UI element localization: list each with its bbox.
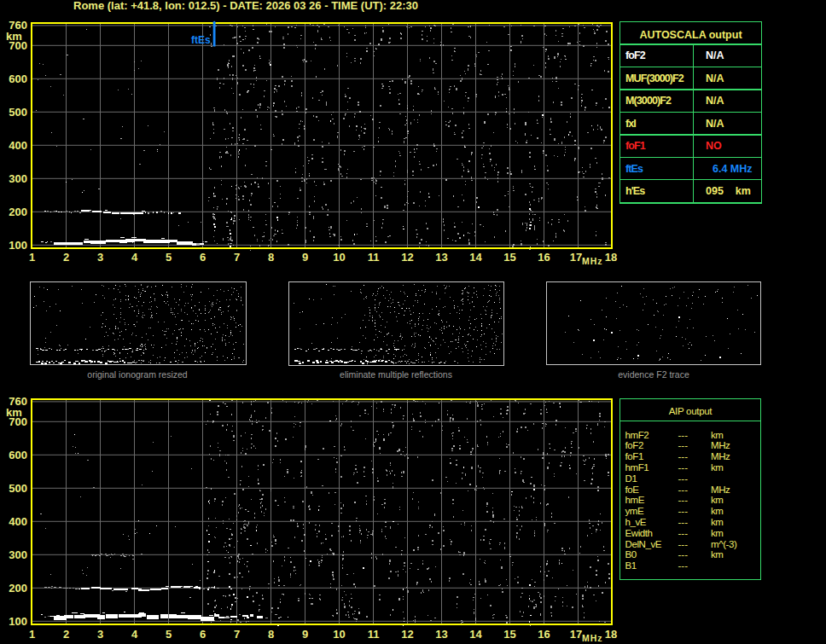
svg-text:11: 11 [368,628,380,641]
svg-text:---: --- [678,528,689,538]
svg-text:foF1: foF1 [625,140,646,152]
svg-text:---: --- [678,495,689,505]
svg-text:2: 2 [63,251,69,264]
svg-text:B0: B0 [625,549,637,560]
svg-text:h_vE: h_vE [625,517,647,527]
svg-text:---: --- [678,506,689,516]
svg-text:km: km [711,462,724,473]
svg-text:km: km [711,430,724,440]
svg-text:15: 15 [503,628,515,641]
svg-text:1: 1 [29,251,35,264]
svg-text:---: --- [678,462,689,473]
svg-text:12: 12 [401,251,413,264]
svg-text:8: 8 [268,251,274,264]
svg-text:14: 14 [469,251,482,264]
svg-text:hmF2: hmF2 [625,430,649,440]
svg-text:3: 3 [97,251,103,264]
svg-text:---: --- [678,484,689,495]
svg-text:400: 400 [9,515,27,528]
svg-text:5: 5 [166,251,172,264]
svg-text:AUTOSCALA output: AUTOSCALA output [639,29,742,41]
svg-text:100: 100 [9,615,27,628]
svg-text:fxI: fxI [625,118,636,130]
svg-text:200: 200 [9,582,27,595]
svg-text:13: 13 [435,251,447,264]
svg-text:m^(-3): m^(-3) [711,539,737,549]
svg-text:18: 18 [605,251,617,264]
svg-text:MHz: MHz [711,440,730,450]
svg-text:MHz: MHz [711,451,730,461]
svg-text:MUF(3000)F2: MUF(3000)F2 [625,73,684,84]
svg-text:km: km [6,30,22,43]
svg-text:---: --- [678,560,689,571]
svg-text:300: 300 [9,172,27,185]
svg-text:DelN_vE: DelN_vE [625,539,662,549]
svg-text:Rome (lat: +41.8, lon: 012.5): Rome (lat: +41.8, lon: 012.5) - DATE: 20… [73,0,418,12]
svg-text:AIP output: AIP output [669,406,713,416]
svg-text:500: 500 [9,482,27,495]
svg-text:17: 17 [570,251,582,264]
svg-text:Ewidth: Ewidth [625,528,653,538]
svg-text:MHz: MHz [582,256,602,266]
svg-text:h'Es: h'Es [625,185,645,197]
svg-text:---: --- [678,430,689,440]
svg-text:D1: D1 [625,473,637,484]
svg-text:4: 4 [131,251,138,264]
svg-text:km: km [711,528,724,538]
svg-text:400: 400 [9,139,27,152]
svg-text:km: km [711,517,724,527]
svg-text:18: 18 [605,628,617,641]
svg-text:NO: NO [706,140,722,152]
svg-text:ymE: ymE [625,506,645,516]
svg-text:15: 15 [503,251,515,264]
svg-text:km: km [711,506,724,516]
svg-text:300: 300 [9,548,27,561]
svg-text:original ionogram resized: original ionogram resized [87,369,187,380]
svg-text:N/A: N/A [706,73,724,84]
svg-text:foE: foE [625,484,640,495]
svg-text:MHz: MHz [582,633,602,643]
svg-text:17: 17 [570,628,582,641]
svg-text:16: 16 [538,251,550,264]
svg-text:---: --- [678,451,689,461]
svg-text:eliminate multiple reflections: eliminate multiple reflections [340,369,452,380]
svg-text:4: 4 [131,628,138,641]
svg-text:km: km [711,549,724,560]
svg-text:ftEs: ftEs [625,163,643,175]
svg-text:9: 9 [302,251,308,264]
svg-text:6: 6 [200,251,206,264]
svg-text:7: 7 [234,628,240,641]
svg-text:1: 1 [29,628,35,641]
svg-text:N/A: N/A [706,95,724,107]
svg-text:3: 3 [97,628,103,641]
svg-text:100: 100 [9,239,27,252]
svg-text:km: km [711,495,724,505]
svg-text:evidence F2 trace: evidence F2 trace [618,369,689,380]
svg-text:N/A: N/A [706,49,724,61]
svg-text:foF2: foF2 [625,49,646,61]
svg-text:N/A: N/A [706,118,724,130]
svg-text:200: 200 [9,206,27,218]
svg-text:---: --- [678,517,689,527]
svg-text:11: 11 [368,251,380,264]
svg-text:foF2: foF2 [625,440,643,450]
svg-text:---: --- [678,473,689,484]
svg-text:6: 6 [200,628,206,641]
svg-text:13: 13 [435,628,447,641]
svg-text:600: 600 [9,449,27,461]
svg-text:9: 9 [302,628,308,641]
svg-text:500: 500 [9,106,27,119]
svg-text:16: 16 [538,628,550,641]
svg-text:10: 10 [333,251,345,264]
svg-text:MHz: MHz [711,484,730,495]
svg-text:6.4 MHz: 6.4 MHz [713,163,753,175]
svg-text:5: 5 [166,628,172,641]
svg-text:km: km [6,406,22,419]
svg-text:B1: B1 [625,560,637,571]
svg-text:8: 8 [268,628,274,641]
svg-text:foF1: foF1 [625,451,643,461]
svg-text:12: 12 [401,628,413,641]
svg-text:ftEs: ftEs [191,34,211,46]
svg-text:600: 600 [9,73,27,85]
svg-text:---: --- [678,440,689,450]
